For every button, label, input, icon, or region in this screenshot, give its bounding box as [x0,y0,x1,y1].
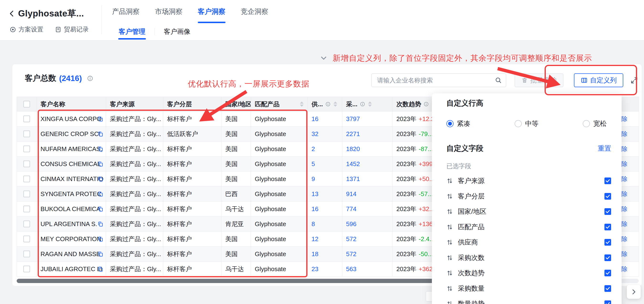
drag-handle-icon[interactable] [446,178,453,184]
info-icon[interactable] [87,75,93,82]
customer-name[interactable]: JUBAILI AGROTEC LI [40,266,102,273]
search-icon[interactable] [495,77,502,84]
drag-handle-icon[interactable] [446,239,453,246]
copy-icon[interactable] [97,251,104,257]
purchase-count-link[interactable]: 3797 [342,112,392,126]
filter-collapse-chevron-icon[interactable] [320,54,328,63]
next-page-button[interactable] [627,285,641,299]
supplier-count-link[interactable]: 18 [308,246,342,262]
batch-delete-button[interactable]: 批量删除 [514,74,564,87]
customer-name[interactable]: CINMAX INTERNATIO [40,175,104,183]
supplier-count-link[interactable]: 12 [308,232,342,246]
copy-icon[interactable] [97,221,104,227]
purchase-count-link[interactable]: 596 [342,216,392,232]
copy-icon[interactable] [97,131,104,137]
search-input[interactable] [376,76,495,84]
drag-handle-icon[interactable] [446,208,453,215]
info-icon[interactable] [325,102,330,107]
row-checkbox[interactable] [23,160,30,167]
supplier-count-link[interactable]: 8 [308,216,342,232]
drag-handle-icon[interactable] [446,224,453,230]
plan-settings-button[interactable]: 方案设置 [10,25,44,34]
copy-icon[interactable] [97,266,104,272]
customize-columns-button[interactable]: 自定义列 [574,74,623,87]
customer-name[interactable]: XINGFA USA CORPO [40,115,102,123]
copy-icon[interactable] [97,206,104,212]
purchase-count-link[interactable]: 563 [342,262,392,276]
copy-icon[interactable] [97,116,104,122]
sub-tab[interactable]: 客户管理 [118,23,146,40]
field-checkbox[interactable] [604,224,611,230]
copy-icon[interactable] [97,236,104,242]
purchase-count-link[interactable]: 914 [342,186,392,202]
field-checkbox[interactable] [604,178,611,184]
copy-icon[interactable] [97,176,104,182]
field-checkbox[interactable] [604,239,611,246]
drag-handle-icon[interactable] [446,285,453,292]
row-checkbox[interactable] [23,146,30,152]
purchase-count-link[interactable]: 1452 [342,156,392,172]
sub-tab[interactable]: 客户画像 [163,23,191,40]
customer-name[interactable]: SYNGENTA PROTEC [40,190,101,198]
row-checkbox[interactable] [23,130,30,137]
supplier-count-link[interactable]: 13 [308,186,342,202]
reset-link[interactable]: 重置 [598,144,611,153]
customer-name[interactable]: UPL ARGENTINA S. [40,220,97,228]
supplier-count-link[interactable]: 16 [308,112,342,126]
supplier-count-link[interactable]: 9 [308,172,342,186]
purchase-count-link[interactable]: 572 [342,246,392,262]
customer-name[interactable]: BUKOOLA CHEMICA [40,205,100,213]
main-tab[interactable]: 客户洞察 [198,0,226,23]
row-checkbox[interactable] [23,266,30,272]
sort-icon[interactable] [334,102,337,107]
purchase-count-link[interactable]: 1820 [342,142,392,156]
customer-name[interactable]: MEY CORPORATION [40,236,101,243]
copy-icon[interactable] [97,146,104,152]
purchase-count-link[interactable]: 1371 [342,172,392,186]
main-tab[interactable]: 市场洞察 [155,0,182,23]
customer-name[interactable]: GENERIC CROP SCI [40,130,100,138]
field-checkbox[interactable] [604,285,611,292]
back-icon[interactable] [8,10,16,18]
row-checkbox[interactable] [23,220,30,227]
row-checkbox[interactable] [23,236,30,242]
purchase-count-link[interactable]: 774 [342,202,392,216]
row-height-option[interactable]: 中等 [514,119,538,128]
row-height-option[interactable]: 宽松 [583,119,606,128]
scrollbar-thumb[interactable] [17,279,437,283]
supplier-count-link[interactable]: 16 [308,202,342,216]
row-checkbox[interactable] [23,251,30,257]
trade-records-button[interactable]: 贸易记录 [55,25,89,34]
customer-name[interactable]: NUFARM AMERICAS, [40,145,102,153]
select-all-checkbox[interactable] [23,101,30,108]
row-checkbox[interactable] [23,176,30,182]
purchase-count-link[interactable]: 2271 [342,126,392,142]
copy-icon[interactable] [97,191,104,197]
supplier-count-link[interactable]: 5 [308,156,342,172]
drag-handle-icon[interactable] [446,254,453,261]
sort-icon[interactable] [300,102,304,107]
field-checkbox[interactable] [604,270,611,276]
field-checkbox[interactable] [604,193,611,200]
field-checkbox[interactable] [604,208,611,215]
row-checkbox[interactable] [23,190,30,197]
drag-handle-icon[interactable] [446,270,453,276]
main-tab[interactable]: 竞企洞察 [241,0,268,23]
row-checkbox[interactable] [23,116,30,122]
drag-handle-icon[interactable] [446,193,453,200]
supplier-count-link[interactable]: 2 [308,142,342,156]
customer-name[interactable]: CONSUS CHEMICAL [40,160,101,168]
drag-handle-icon[interactable] [446,300,453,304]
fullscreen-icon[interactable] [629,75,640,86]
field-checkbox[interactable] [604,254,611,261]
info-icon[interactable] [424,102,429,107]
row-height-option[interactable]: 紧凑 [446,119,470,128]
purchase-count-link[interactable]: 572 [342,232,392,246]
copy-icon[interactable] [97,161,104,167]
field-checkbox[interactable] [604,300,611,304]
main-tab[interactable]: 产品洞察 [112,0,140,23]
supplier-count-link[interactable]: 23 [308,262,342,276]
info-icon[interactable] [360,102,365,107]
customer-name[interactable]: RAGAN AND MASSE [40,250,100,258]
sort-icon[interactable] [368,102,372,107]
